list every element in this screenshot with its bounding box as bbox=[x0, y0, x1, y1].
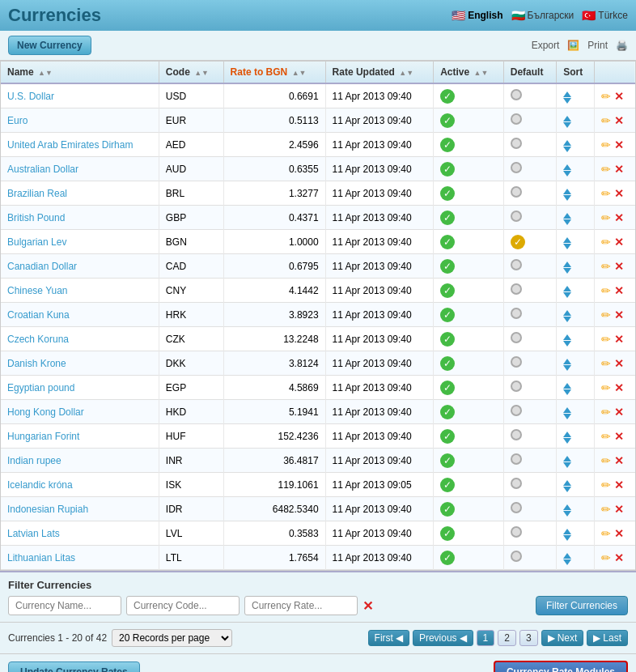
sort-up-icon[interactable] bbox=[563, 189, 571, 194]
default-radio[interactable] bbox=[511, 381, 522, 392]
delete-icon[interactable]: ✕ bbox=[614, 236, 624, 249]
currency-rate-modules-button[interactable]: Currency Rate Modules bbox=[494, 661, 628, 672]
sort-down-icon[interactable] bbox=[563, 244, 571, 249]
next-page-button[interactable]: ▶ Next bbox=[541, 630, 584, 646]
sort-up-icon[interactable] bbox=[563, 237, 571, 243]
sort-up-icon[interactable] bbox=[563, 553, 571, 559]
edit-icon[interactable]: ✏ bbox=[601, 406, 611, 419]
filter-submit-button[interactable]: Filter Currencies bbox=[536, 596, 628, 615]
edit-icon[interactable]: ✏ bbox=[601, 138, 611, 151]
delete-icon[interactable]: ✕ bbox=[614, 454, 624, 467]
last-page-button[interactable]: ▶ Last bbox=[587, 630, 628, 646]
print-link[interactable]: Print bbox=[587, 40, 608, 51]
delete-icon[interactable]: ✕ bbox=[614, 551, 624, 564]
delete-icon[interactable]: ✕ bbox=[614, 284, 624, 297]
currency-name-link[interactable]: Indian rupee bbox=[7, 455, 61, 466]
edit-icon[interactable]: ✏ bbox=[601, 381, 611, 394]
edit-icon[interactable]: ✏ bbox=[601, 163, 611, 176]
sort-up-icon[interactable] bbox=[563, 456, 571, 461]
delete-icon[interactable]: ✕ bbox=[614, 211, 624, 224]
currency-name-link[interactable]: Bulgarian Lev bbox=[7, 236, 66, 248]
sort-up-icon[interactable] bbox=[563, 504, 571, 510]
sort-down-icon[interactable] bbox=[563, 122, 571, 128]
filter-code-input[interactable] bbox=[126, 596, 240, 615]
currency-name-link[interactable]: Danish Krone bbox=[7, 358, 66, 369]
delete-icon[interactable]: ✕ bbox=[614, 138, 624, 151]
new-currency-button[interactable]: New Currency bbox=[8, 36, 91, 55]
edit-icon[interactable]: ✏ bbox=[601, 236, 611, 249]
currency-name-link[interactable]: Croatian Kuna bbox=[7, 309, 70, 321]
delete-icon[interactable]: ✕ bbox=[614, 260, 624, 273]
currency-name-link[interactable]: Latvian Lats bbox=[7, 528, 60, 539]
lang-english[interactable]: 🇺🇸 English bbox=[452, 9, 502, 22]
sort-up-icon[interactable] bbox=[563, 164, 571, 170]
col-code[interactable]: Code ▲▼ bbox=[159, 62, 223, 83]
currency-name-link[interactable]: United Arab Emirates Dirham bbox=[7, 139, 133, 151]
col-active[interactable]: Active ▲▼ bbox=[434, 62, 504, 83]
sort-up-icon[interactable] bbox=[563, 286, 571, 291]
per-page-select[interactable]: 20 Records per page 50 Records per page … bbox=[112, 629, 232, 647]
sort-up-icon[interactable] bbox=[563, 432, 571, 437]
default-radio[interactable] bbox=[511, 478, 522, 489]
edit-icon[interactable]: ✏ bbox=[601, 114, 611, 127]
sort-up-icon[interactable] bbox=[563, 116, 571, 121]
delete-icon[interactable]: ✕ bbox=[614, 527, 624, 540]
edit-icon[interactable]: ✏ bbox=[601, 187, 611, 200]
currency-name-link[interactable]: Lithuanian Litas bbox=[7, 552, 75, 564]
sort-down-icon[interactable] bbox=[563, 147, 571, 152]
currency-name-link[interactable]: Egyptian pound bbox=[7, 382, 74, 393]
sort-down-icon[interactable] bbox=[563, 535, 571, 541]
default-radio[interactable] bbox=[511, 405, 522, 416]
delete-icon[interactable]: ✕ bbox=[614, 406, 624, 419]
sort-down-icon[interactable] bbox=[563, 317, 571, 322]
sort-up-icon[interactable] bbox=[563, 407, 571, 413]
default-radio[interactable] bbox=[511, 429, 522, 440]
edit-icon[interactable]: ✏ bbox=[601, 527, 611, 540]
delete-icon[interactable]: ✕ bbox=[614, 187, 624, 200]
currency-name-link[interactable]: British Pound bbox=[7, 212, 65, 223]
default-radio[interactable] bbox=[511, 356, 522, 368]
edit-icon[interactable]: ✏ bbox=[601, 503, 611, 516]
page-2-button[interactable]: 2 bbox=[498, 630, 516, 646]
default-radio[interactable] bbox=[511, 283, 522, 295]
currency-name-link[interactable]: Hungarian Forint bbox=[7, 431, 79, 442]
lang-bulgarian[interactable]: 🇧🇬 Български bbox=[511, 9, 575, 22]
default-radio[interactable] bbox=[511, 211, 522, 222]
default-radio[interactable] bbox=[511, 162, 522, 173]
sort-up-icon[interactable] bbox=[563, 310, 571, 316]
lang-turkish[interactable]: 🇹🇷 Türkce bbox=[582, 9, 628, 22]
currency-name-link[interactable]: Icelandic króna bbox=[7, 479, 73, 491]
default-radio[interactable] bbox=[511, 453, 522, 465]
edit-icon[interactable]: ✏ bbox=[601, 211, 611, 224]
currency-name-link[interactable]: Euro bbox=[7, 115, 28, 126]
delete-icon[interactable]: ✕ bbox=[614, 163, 624, 176]
sort-down-icon[interactable] bbox=[563, 268, 571, 274]
edit-icon[interactable]: ✏ bbox=[601, 430, 611, 443]
delete-icon[interactable]: ✕ bbox=[614, 478, 624, 491]
sort-down-icon[interactable] bbox=[563, 389, 571, 395]
currency-name-link[interactable]: Australian Dollar bbox=[7, 164, 78, 175]
currency-name-link[interactable]: Czech Koruna bbox=[7, 334, 69, 345]
delete-icon[interactable]: ✕ bbox=[614, 357, 624, 370]
sort-up-icon[interactable] bbox=[563, 529, 571, 534]
edit-icon[interactable]: ✏ bbox=[601, 478, 611, 491]
sort-down-icon[interactable] bbox=[563, 414, 571, 419]
default-radio[interactable] bbox=[511, 502, 522, 513]
currency-name-link[interactable]: Brazilian Real bbox=[7, 188, 67, 199]
sort-up-icon[interactable] bbox=[563, 262, 571, 267]
filter-clear-button[interactable]: ✕ bbox=[363, 598, 373, 614]
default-radio[interactable] bbox=[511, 551, 522, 562]
first-page-button[interactable]: First ◀ bbox=[368, 630, 409, 646]
currency-name-link[interactable]: U.S. Dollar bbox=[7, 91, 54, 102]
sort-down-icon[interactable] bbox=[563, 341, 571, 347]
currency-name-link[interactable]: Indonesian Rupiah bbox=[7, 504, 88, 515]
sort-up-icon[interactable] bbox=[563, 91, 571, 97]
sort-down-icon[interactable] bbox=[563, 171, 571, 177]
delete-icon[interactable]: ✕ bbox=[614, 381, 624, 394]
edit-icon[interactable]: ✏ bbox=[601, 260, 611, 273]
export-link[interactable]: Export bbox=[532, 40, 560, 51]
currency-name-link[interactable]: Canadian Dollar bbox=[7, 261, 77, 272]
default-radio[interactable] bbox=[511, 526, 522, 538]
default-radio[interactable] bbox=[511, 138, 522, 149]
sort-up-icon[interactable] bbox=[563, 213, 571, 219]
